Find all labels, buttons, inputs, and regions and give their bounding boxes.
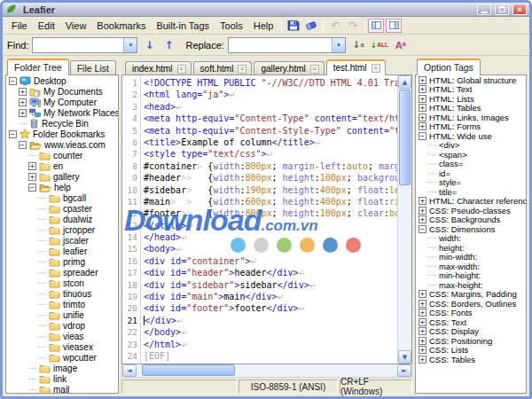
option-tag-html-tables[interactable]: +HTML: Tables xyxy=(416,104,526,113)
editor-tab-gallery-html[interactable]: gallery.html× xyxy=(254,61,324,75)
code-line-13[interactable]: </style>↵ xyxy=(144,220,397,231)
horizontal-scrollbar[interactable]: ◄ ► xyxy=(121,364,412,378)
expand-icon[interactable]: + xyxy=(419,300,426,308)
code-line-22[interactable]: </body>↵ xyxy=(144,326,397,338)
option-tag-html-text[interactable]: +HTML: Text xyxy=(416,85,526,95)
expand-icon[interactable]: + xyxy=(419,122,426,130)
folder-item-counter[interactable]: counter xyxy=(6,150,118,160)
expand-icon[interactable]: + xyxy=(419,318,426,326)
option-tag-class[interactable]: class= xyxy=(416,160,526,169)
folder-item-recycle-bin[interactable]: Recycle Bin xyxy=(6,118,118,129)
menu-bookmarks[interactable]: Bookmarks xyxy=(91,18,151,34)
menu-edit[interactable]: Edit xyxy=(33,18,60,34)
folder-item-my-network-places[interactable]: +My Network Places xyxy=(6,107,118,118)
expand-icon[interactable]: + xyxy=(419,76,426,84)
expand-icon[interactable]: + xyxy=(28,173,36,181)
find-next-icon[interactable]: ↓ xyxy=(141,37,157,53)
code-line-6[interactable]: <title>Example of column</title>↵ xyxy=(144,137,397,148)
option-tag-css-positioning[interactable]: +CSS: Positioning xyxy=(416,336,526,346)
code-area[interactable]: <!DOCTYPE HTML PUBLIC "-//W3C//DTD HTML … xyxy=(141,75,397,364)
folder-item-tinuous[interactable]: tinuous xyxy=(6,288,118,299)
horizontal-scroll-track[interactable] xyxy=(137,364,397,377)
folder-item-leafier[interactable]: leafier xyxy=(6,246,118,256)
option-tag-max-height[interactable]: max-height: xyxy=(416,280,526,290)
folder-item-link[interactable]: link xyxy=(6,373,118,384)
option-tag-css-pseudo-classes[interactable]: +CSS: Pseudo-classes xyxy=(416,206,526,215)
code-line-24[interactable]: [EOF] xyxy=(144,350,397,362)
redo-icon[interactable]: ↷ xyxy=(344,18,362,34)
folder-item-folder-bookmarks[interactable]: −Folder Bookmarks xyxy=(6,129,118,139)
option-tag-css-display[interactable]: +CSS: Display xyxy=(416,327,526,337)
code-line-9[interactable]: #header>> {width:800px; height:100px; ba… xyxy=(144,172,397,184)
folder-item-jscaler[interactable]: jscaler xyxy=(6,235,118,246)
expand-icon[interactable]: + xyxy=(19,109,27,117)
folder-item-wpcutter[interactable]: wpcutter xyxy=(6,352,118,363)
expand-icon[interactable]: + xyxy=(28,162,36,170)
editor-tab-test-html[interactable]: test.html× xyxy=(326,59,386,75)
option-tag-width[interactable]: width: xyxy=(416,234,526,244)
minimize-button[interactable] xyxy=(477,4,491,15)
folder-item-www-vieas-com[interactable]: −www.vieas.com xyxy=(6,139,118,150)
find-previous-icon[interactable]: ↑ xyxy=(160,37,176,53)
code-line-1[interactable]: <!DOCTYPE HTML PUBLIC "-//W3C//DTD HTML … xyxy=(144,77,397,89)
code-line-5[interactable]: <meta http-equiv="Content-Style-Type" co… xyxy=(144,125,397,137)
folder-item-desktop[interactable]: −Desktop xyxy=(6,75,118,86)
option-tag-html-forms[interactable]: +HTML: Forms xyxy=(416,122,526,132)
folder-item-vdrop[interactable]: vdrop xyxy=(6,320,118,331)
tab-option-tags[interactable]: Option Tags xyxy=(417,59,481,75)
vertical-scroll-thumb[interactable] xyxy=(399,90,411,185)
expand-icon[interactable]: + xyxy=(419,327,426,335)
collapse-icon[interactable]: − xyxy=(19,141,27,149)
scroll-left-icon[interactable]: ◄ xyxy=(122,364,137,377)
code-line-16[interactable]: <div id="container">↵ xyxy=(144,255,397,267)
scroll-up-icon[interactable]: ▲ xyxy=(398,75,411,89)
option-tag-css-dimensions[interactable]: −CSS: Dimensions xyxy=(416,224,526,234)
menu-built-in-tags[interactable]: Built-in Tags xyxy=(151,18,215,34)
expand-icon[interactable]: + xyxy=(419,215,426,223)
folder-item-vieas[interactable]: vieas xyxy=(6,331,118,341)
replace-all-icon[interactable]: ↓ALL xyxy=(371,37,388,53)
folder-item-stcon[interactable]: stcon xyxy=(6,278,118,288)
code-line-15[interactable]: <body>↵ xyxy=(144,243,397,254)
toggle-right-panel-button[interactable] xyxy=(386,19,402,33)
option-tag-html-lists[interactable]: +HTML: Lists xyxy=(416,94,526,104)
horizontal-scroll-thumb[interactable] xyxy=(142,364,235,376)
tab-folder-tree[interactable]: Folder Tree xyxy=(7,59,69,75)
code-line-11[interactable]: #main> > {width:600px; height:400px; flo… xyxy=(144,196,397,207)
code-line-10[interactable]: #sidebar> {width:190px; height:400px; fl… xyxy=(144,184,397,196)
option-tag-css-text[interactable]: +CSS: Text xyxy=(416,317,526,327)
option-tag-css-fonts[interactable]: +CSS: Fonts xyxy=(416,309,526,318)
option-tag-html-global-structure[interactable]: +HTML: Global structure xyxy=(416,75,526,85)
code-line-4[interactable]: <meta http-equiv="Content-Type" content=… xyxy=(144,113,397,124)
folder-item-dualwiz[interactable]: dualwiz xyxy=(6,214,118,224)
expand-icon[interactable]: + xyxy=(419,104,426,112)
folder-item-vieasex[interactable]: vieasex xyxy=(6,341,118,352)
option-tag-css-borders-outlines[interactable]: +CSS: Borders, Outlines xyxy=(416,299,526,309)
option-tag-height[interactable]: height: xyxy=(416,243,526,253)
option-tag-css-margins-padding[interactable]: +CSS: Margins, Padding xyxy=(416,290,526,300)
collapse-icon[interactable]: − xyxy=(28,184,36,192)
folder-item-unifie[interactable]: unifie xyxy=(6,309,118,320)
folder-item-cpaster[interactable]: cpaster xyxy=(6,203,118,214)
expand-icon[interactable]: + xyxy=(419,337,426,345)
code-line-21[interactable]: </div>↵ xyxy=(144,315,397,326)
tab-close-icon[interactable]: × xyxy=(372,64,380,73)
code-line-8[interactable]: #container> {width:800px; margin-left:au… xyxy=(144,160,397,172)
menu-help[interactable]: Help xyxy=(248,18,279,34)
option-tag-title[interactable]: title= xyxy=(416,187,526,197)
option-tag-css-tables[interactable]: +CSS: Tables xyxy=(416,355,526,364)
tab-close-icon[interactable]: × xyxy=(310,65,319,74)
folder-item-trimto[interactable]: trimto xyxy=(6,299,118,309)
editor-tab-index-html[interactable]: index.html× xyxy=(125,61,192,75)
tab-close-icon[interactable]: × xyxy=(177,65,186,74)
code-line-2[interactable]: <html lang="ja">↵ xyxy=(144,89,397,100)
find-input[interactable] xyxy=(33,38,123,52)
expand-icon[interactable]: + xyxy=(419,113,426,121)
option-tag-max-width[interactable]: max-width: xyxy=(416,262,526,271)
folder-item-bgcall[interactable]: bgcall xyxy=(6,192,118,203)
expand-icon[interactable]: + xyxy=(419,95,426,103)
scroll-down-icon[interactable]: ▼ xyxy=(398,350,411,364)
menu-file[interactable]: File xyxy=(6,18,33,34)
expand-icon[interactable]: + xyxy=(419,207,426,215)
close-button[interactable]: × xyxy=(512,4,527,15)
